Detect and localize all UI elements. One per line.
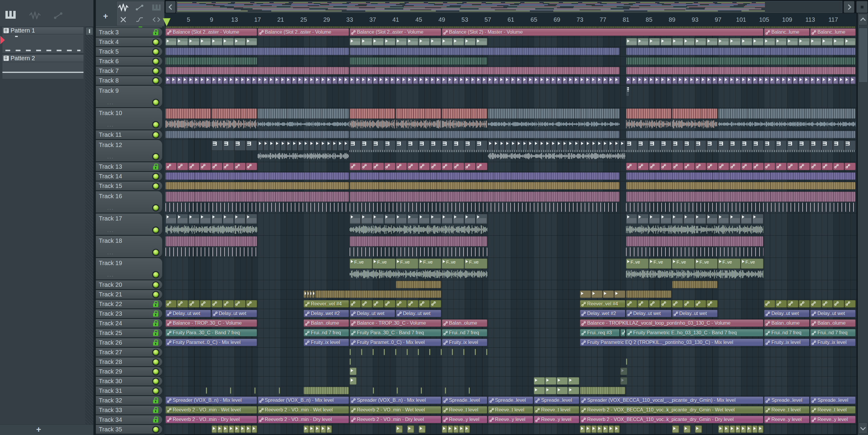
audio-clip[interactable] <box>695 425 702 433</box>
audio-clip[interactable] <box>390 76 396 84</box>
clip[interactable] <box>672 281 718 288</box>
pattern-clip[interactable] <box>844 140 856 150</box>
audio-clip[interactable] <box>327 425 332 433</box>
audio-clip[interactable] <box>850 76 856 84</box>
clip[interactable] <box>626 140 856 150</box>
pattern-clip[interactable] <box>833 140 844 150</box>
vertical-scrollbar[interactable] <box>858 13 868 435</box>
track-size-grip[interactable]: ... <box>107 272 114 278</box>
audio-clip[interactable] <box>407 214 418 224</box>
pattern-item-pattern-2[interactable]: Pattern 2 <box>2 55 84 62</box>
clip[interactable] <box>626 76 856 84</box>
audio-clip[interactable] <box>217 425 223 433</box>
audio-clip[interactable] <box>557 140 562 150</box>
automation-clip[interactable]: Reeverb 2 - VO..min - Wet level <box>258 406 349 413</box>
audio-clip[interactable] <box>418 214 430 224</box>
track-mute-led[interactable] <box>153 250 158 255</box>
automation-clip[interactable]: Frui..nd 7 freq <box>810 329 856 336</box>
audio-clip[interactable] <box>574 76 579 84</box>
clip[interactable] <box>258 140 349 150</box>
track-mute-led[interactable] <box>153 282 158 288</box>
automation-clip[interactable]: Fruity..ix level <box>442 339 487 346</box>
pattern-clip[interactable] <box>464 140 475 150</box>
audio-clip[interactable] <box>442 425 447 433</box>
audio-waveform[interactable] <box>350 225 487 234</box>
pattern-clip[interactable] <box>672 140 683 150</box>
audio-clip[interactable] <box>413 76 418 84</box>
track-header-10[interactable]: Track 10... <box>96 108 162 130</box>
automation-clip[interactable] <box>752 163 764 170</box>
automation-clip[interactable] <box>775 300 786 308</box>
automation-clip[interactable]: Reeverb 2 - VOX_BECCA_110_voc..k_picante… <box>580 416 764 423</box>
audio-waveform[interactable] <box>626 150 856 152</box>
audio-clip[interactable] <box>424 76 430 84</box>
automation-clip[interactable]: Balan..olume <box>810 319 856 327</box>
pattern-clip[interactable] <box>407 140 418 150</box>
track-mute-led[interactable] <box>153 68 158 74</box>
automation-clip[interactable] <box>396 300 407 308</box>
clip[interactable] <box>396 108 441 119</box>
mini-clip[interactable] <box>421 388 422 394</box>
pattern-1-preview[interactable] <box>2 34 84 53</box>
automation-clip[interactable] <box>649 163 660 170</box>
clip[interactable] <box>165 182 349 190</box>
clip[interactable] <box>212 425 257 433</box>
automation-clip[interactable]: Delay..ut wet <box>764 310 809 317</box>
audio-clip[interactable] <box>350 38 361 45</box>
clip[interactable] <box>626 131 856 138</box>
audio-clip[interactable] <box>672 76 678 84</box>
audio-clip[interactable] <box>229 425 234 433</box>
audio-clip[interactable] <box>672 38 683 45</box>
automation-clip[interactable]: Reeve..y level <box>810 416 856 423</box>
mini-clip[interactable] <box>486 349 487 355</box>
audio-clip[interactable] <box>464 214 475 224</box>
pattern-clip[interactable] <box>418 140 430 150</box>
clip[interactable] <box>350 67 620 74</box>
automation-clip[interactable]: Reeve..y level <box>764 416 809 423</box>
track-header-5[interactable]: Track 5 <box>96 47 162 56</box>
automation-clip[interactable]: Spreader (VOX_BECCA_110_vocal_.._picante… <box>580 396 764 404</box>
audio-clip[interactable] <box>724 425 730 433</box>
clip[interactable]: F..veF..veF..veF..veF..veF..ve <box>626 259 764 269</box>
clip[interactable] <box>350 300 441 308</box>
audio-clip[interactable] <box>453 425 459 433</box>
automation-clip[interactable] <box>384 163 396 170</box>
audio-clip[interactable] <box>730 214 741 224</box>
audio-clip[interactable] <box>350 76 355 84</box>
audio-clip[interactable] <box>355 76 361 84</box>
clip[interactable] <box>672 425 679 433</box>
track-header-3[interactable]: Track 3 <box>96 28 162 37</box>
audio-clip[interactable] <box>701 76 706 84</box>
audio-clip[interactable] <box>292 140 298 150</box>
audio-clip[interactable] <box>240 76 246 84</box>
slide-tool-icon[interactable] <box>133 14 146 25</box>
clip[interactable] <box>626 38 856 45</box>
mini-clip[interactable] <box>373 349 374 355</box>
mini-clip[interactable] <box>230 388 231 394</box>
mini-clip[interactable] <box>361 349 362 355</box>
audio-clip[interactable] <box>741 425 746 433</box>
automation-clip[interactable] <box>361 300 372 308</box>
audio-clip[interactable] <box>384 38 396 45</box>
audio-clip[interactable] <box>165 38 177 45</box>
audio-clip[interactable] <box>453 38 464 45</box>
track-header-25[interactable]: Track 25 <box>96 329 162 337</box>
audio-clip[interactable] <box>539 76 545 84</box>
audio-clip[interactable] <box>350 214 361 224</box>
audio-clip[interactable] <box>194 76 199 84</box>
track-lane-22[interactable] <box>164 299 857 309</box>
track-lock-icon[interactable] <box>153 330 158 336</box>
track-lane-30[interactable] <box>164 376 857 386</box>
pattern-item-pattern-1[interactable]: Pattern 1 <box>2 27 84 34</box>
audio-clip[interactable] <box>505 76 510 84</box>
audio-clip[interactable] <box>464 425 470 433</box>
audio-clip[interactable] <box>315 425 320 433</box>
audio-clip[interactable] <box>307 291 309 298</box>
audio-clip[interactable] <box>493 76 499 84</box>
clip[interactable] <box>620 377 627 385</box>
track-mute-led[interactable] <box>153 272 158 277</box>
automation-clip[interactable] <box>684 163 695 170</box>
audio-clip[interactable]: F..ve <box>464 259 487 269</box>
audio-clip[interactable] <box>332 76 338 84</box>
audio-clip[interactable]: F..ve <box>718 259 741 269</box>
